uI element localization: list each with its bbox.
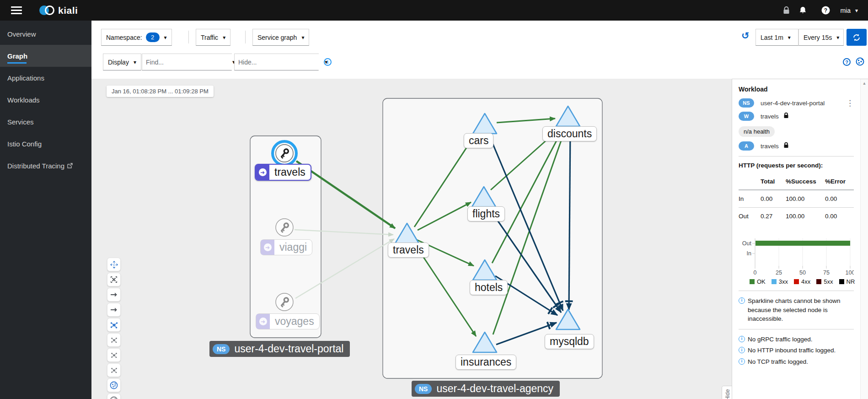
sidebar-nav: Overview Graph Applications Workloads Se… xyxy=(0,21,91,399)
workload-node-viaggi[interactable] xyxy=(276,219,293,236)
node-label-insurances[interactable]: insurances xyxy=(455,355,516,370)
node-label-travels-workload[interactable]: ➜ travels xyxy=(255,164,311,181)
node-label-hotels[interactable]: hotels xyxy=(470,280,508,295)
graph-forward-arrow-button-1[interactable] xyxy=(107,288,121,302)
graph-legend-icon[interactable] xyxy=(856,57,864,68)
user-menu[interactable]: mia xyxy=(840,7,851,14)
node-label-discounts[interactable]: discounts xyxy=(542,126,597,141)
graph-pan-button[interactable] xyxy=(107,258,121,271)
divider xyxy=(245,31,246,43)
graph-layout-button-2[interactable] xyxy=(107,333,121,347)
time-history-icon[interactable]: ↺ xyxy=(741,31,750,40)
legend-3xx-swatch xyxy=(772,279,777,284)
find-input[interactable] xyxy=(142,54,232,70)
http-rates-table: Total %Success %Error In 0.00 100.00 0.0… xyxy=(739,175,854,225)
sidebar-item-istio-config[interactable]: Istio Config xyxy=(0,133,91,155)
graph-type-dropdown[interactable]: Service graph ▾ xyxy=(252,29,309,46)
legend-nr-swatch xyxy=(839,279,844,284)
legend-ok-swatch xyxy=(750,279,755,284)
graph-layout-button-3[interactable] xyxy=(107,348,121,362)
namespace-dropdown[interactable]: Namespace: 2 ▾ xyxy=(101,29,172,46)
panel-workload-row: W travels xyxy=(739,112,860,121)
ns-badge: NS xyxy=(415,384,432,394)
lock-icon[interactable] xyxy=(778,6,794,14)
sidebar-item-graph[interactable]: Graph xyxy=(0,45,91,67)
chart-legend: OK 3xx 4xx 5xx NR xyxy=(750,278,860,285)
svg-text:75: 75 xyxy=(823,270,830,276)
find-hide-info-icon[interactable]: i xyxy=(324,58,332,66)
find-input-group: ▾ xyxy=(142,54,232,70)
graph-toolbar: Namespace: 2 ▾ Traffic ▾ Service graph ▾… xyxy=(91,21,868,79)
chevron-down-icon: ▾ xyxy=(836,34,839,41)
graph-help-icon[interactable]: ? xyxy=(843,58,851,66)
chart-cat-in: In xyxy=(747,250,751,257)
node-label-cars[interactable]: cars xyxy=(464,133,493,148)
refresh-interval-dropdown[interactable]: Every 15s ▾ xyxy=(798,29,844,46)
ns-badge: NS xyxy=(213,344,230,354)
refresh-button[interactable] xyxy=(847,29,867,46)
chevron-down-icon: ▾ xyxy=(301,34,304,41)
graph-tools xyxy=(107,258,121,399)
col-total: Total xyxy=(761,175,786,189)
kebab-menu-icon[interactable]: ⋮ xyxy=(846,99,854,107)
divider xyxy=(739,156,854,156)
traffic-dropdown[interactable]: Traffic ▾ xyxy=(196,29,230,46)
info-icon: i xyxy=(739,358,745,365)
health-status-badge: n/a health xyxy=(739,126,775,137)
namespace-label-travel-portal[interactable]: NS user-4-dev-travel-portal xyxy=(209,341,350,357)
node-label-travels-service[interactable]: travels xyxy=(388,243,429,258)
info-icon: i xyxy=(739,336,745,342)
svg-text:0: 0 xyxy=(754,270,757,276)
row-in-label: In xyxy=(739,190,761,207)
sidebar-item-workloads[interactable]: Workloads xyxy=(0,89,91,111)
display-dropdown[interactable]: Display ▾ xyxy=(103,54,141,70)
namespace-badge: NS xyxy=(739,98,754,108)
graph-layout-button-4[interactable] xyxy=(107,363,121,377)
graph-namespace-layout-button-1[interactable] xyxy=(107,378,121,392)
side-panel-hide-tab[interactable]: Hide xyxy=(722,386,732,399)
graph-layout-button-1[interactable] xyxy=(107,318,121,332)
node-label-voyages[interactable]: ➜ voyages xyxy=(256,313,320,329)
panel-scrollbar[interactable]: ▲ xyxy=(860,79,868,399)
namespace-label-travel-agency[interactable]: NS user-4-dev-travel-agency xyxy=(412,381,560,397)
graph-canvas[interactable]: Jan 16, 01:08:28 PM ... 01:09:28 PM ➜ tr… xyxy=(91,79,732,399)
brand-name: kiali xyxy=(58,5,78,16)
scroll-up-arrow-icon[interactable]: ▲ xyxy=(861,81,868,86)
hide-input[interactable] xyxy=(235,54,325,70)
panel-namespace-row: NS user-4-dev-travel-portal ⋮ xyxy=(739,98,860,108)
node-label-viaggi[interactable]: ➜ viaggi xyxy=(260,239,312,255)
node-label-mysqldb[interactable]: mysqldb xyxy=(545,334,594,349)
graph-namespace-layout-button-2[interactable] xyxy=(107,394,121,399)
user-menu-caret-icon[interactable]: ▾ xyxy=(855,7,858,14)
workload-entry-badge-icon: ➜ xyxy=(256,165,269,180)
workload-link[interactable]: travels xyxy=(761,113,779,120)
notice-http-inbound: i No HTTP inbound traffic logged. xyxy=(739,346,860,355)
graph-forward-arrow-button-2[interactable] xyxy=(107,303,121,317)
refresh-icon xyxy=(852,33,861,42)
help-icon[interactable]: ? xyxy=(817,6,834,15)
rps-bar-chart: Out In 0 25 50 75 100 xyxy=(739,231,854,276)
http-rates-title: HTTP (requests per second): xyxy=(739,162,860,169)
app-link[interactable]: travels xyxy=(761,143,779,150)
sidebar-item-distributed-tracing[interactable]: Distributed Tracing xyxy=(0,155,91,177)
divider xyxy=(739,291,854,291)
kiali-logo: kiali xyxy=(39,5,78,16)
chevron-down-icon: ▾ xyxy=(164,34,167,41)
notifications-bell-icon[interactable] xyxy=(794,6,811,14)
workload-badge: W xyxy=(739,112,754,121)
node-label-flights[interactable]: flights xyxy=(467,206,505,221)
panel-title: Workload xyxy=(739,86,860,93)
hamburger-menu-icon[interactable] xyxy=(11,5,22,16)
sidebar-item-overview[interactable]: Overview xyxy=(0,23,91,45)
summary-panel: Workload NS user-4-dev-travel-portal ⋮ W… xyxy=(732,79,868,399)
sidebar-item-services[interactable]: Services xyxy=(0,111,91,133)
notice-tcp: i No TCP traffic logged. xyxy=(739,357,860,367)
duration-dropdown[interactable]: Last 1m ▾ xyxy=(755,29,798,46)
workload-node-travels[interactable] xyxy=(273,141,296,165)
workload-node-voyages[interactable] xyxy=(276,293,293,311)
namespace-link[interactable]: user-4-dev-travel-portal xyxy=(761,100,825,107)
chart-cat-out: Out xyxy=(742,240,752,247)
graph-fit-button[interactable] xyxy=(107,273,121,286)
hide-input-group: ▾ xyxy=(234,54,319,70)
sidebar-item-applications[interactable]: Applications xyxy=(0,67,91,89)
